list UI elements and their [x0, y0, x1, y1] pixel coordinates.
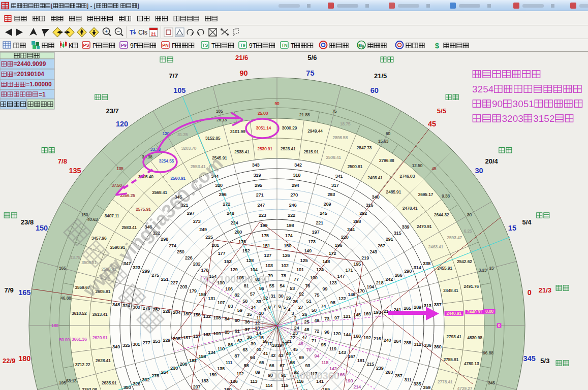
- svg-text:128: 128: [246, 258, 254, 263]
- svg-text:122: 122: [338, 296, 346, 301]
- svg-text:75: 75: [332, 109, 337, 114]
- svg-text:73: 73: [324, 316, 329, 321]
- svg-text:93: 93: [305, 363, 310, 368]
- svg-text:270: 270: [290, 192, 298, 198]
- svg-text:336: 336: [424, 343, 431, 348]
- svg-text:137: 137: [246, 388, 254, 390]
- svg-text:104: 104: [250, 267, 258, 272]
- svg-text:245: 245: [320, 211, 327, 216]
- svg-text:96: 96: [324, 330, 329, 335]
- svg-text:203: 203: [180, 284, 188, 289]
- svg-text:119: 119: [329, 346, 336, 351]
- svg-text:60: 60: [386, 132, 391, 136]
- svg-text:313: 313: [424, 303, 431, 308]
- svg-text:221: 221: [316, 220, 323, 225]
- svg-text:301: 301: [133, 342, 140, 347]
- svg-text:30: 30: [475, 167, 483, 175]
- svg-text:13: 13: [255, 326, 260, 331]
- svg-text:6.25: 6.25: [464, 229, 472, 234]
- svg-text:71: 71: [312, 338, 317, 343]
- svg-text:95: 95: [321, 342, 326, 347]
- svg-text:155: 155: [199, 292, 206, 297]
- svg-text:156: 156: [193, 312, 201, 317]
- svg-text:254: 254: [161, 370, 169, 375]
- svg-text:114: 114: [265, 383, 272, 388]
- svg-text:21: 21: [151, 31, 156, 37]
- svg-text:50.00: 50.00: [59, 338, 70, 342]
- svg-text:197: 197: [312, 230, 320, 235]
- svg-text:59: 59: [237, 308, 242, 313]
- svg-text:165: 165: [18, 288, 30, 297]
- svg-text:207: 207: [193, 384, 201, 389]
- svg-text:195: 195: [59, 381, 66, 385]
- svg-text:250: 250: [177, 249, 184, 254]
- svg-text:2796.88: 2796.88: [379, 158, 394, 163]
- svg-text:338: 338: [423, 261, 430, 266]
- svg-text:25.00: 25.00: [258, 111, 268, 116]
- svg-text:TN: TN: [282, 43, 288, 48]
- svg-text:69: 69: [299, 355, 304, 360]
- svg-text:Cls: Cls: [138, 29, 147, 36]
- svg-text:145: 145: [353, 312, 361, 317]
- svg-text:350: 350: [123, 385, 131, 390]
- svg-text:134: 134: [208, 350, 215, 355]
- svg-text:107: 107: [218, 300, 225, 305]
- svg-text:4729.27: 4729.27: [457, 386, 473, 390]
- svg-text:320: 320: [215, 183, 223, 188]
- svg-text:6: 6: [278, 304, 281, 309]
- svg-text:0: 0: [528, 288, 532, 297]
- svg-text:287: 287: [395, 373, 403, 378]
- svg-text:88: 88: [244, 363, 249, 368]
- svg-text:135: 135: [217, 366, 225, 371]
- svg-text:2644.32: 2644.32: [434, 213, 449, 217]
- svg-text:298: 298: [161, 237, 168, 242]
- svg-text:146: 146: [348, 292, 356, 297]
- svg-text:194: 194: [367, 284, 375, 289]
- svg-text:158: 158: [199, 354, 206, 359]
- svg-text:205: 205: [173, 336, 180, 341]
- svg-text:50: 50: [312, 308, 317, 313]
- svg-text:198: 198: [287, 223, 294, 228]
- svg-text:30: 30: [467, 213, 472, 217]
- svg-text:218: 218: [376, 280, 384, 285]
- svg-text:17: 17: [267, 341, 272, 346]
- svg-text:72: 72: [314, 329, 319, 334]
- svg-text:226: 226: [185, 255, 193, 261]
- svg-text:24: 24: [294, 326, 299, 331]
- svg-text:271: 271: [256, 192, 264, 198]
- svg-text:140: 140: [300, 388, 308, 390]
- svg-text:268: 268: [353, 219, 361, 224]
- svg-text:43: 43: [278, 353, 284, 358]
- svg-text:151: 151: [263, 243, 270, 248]
- svg-text:215: 215: [367, 362, 375, 367]
- svg-text:2778.41: 2778.41: [438, 380, 453, 384]
- svg-text:38: 38: [247, 335, 252, 340]
- svg-text:=20190104: =20190104: [14, 71, 45, 78]
- svg-text:171: 171: [346, 268, 353, 273]
- svg-text:7/7: 7/7: [169, 72, 178, 80]
- svg-text:2538.41: 2538.41: [234, 150, 250, 154]
- svg-text:41: 41: [263, 351, 268, 356]
- svg-text:21/6: 21/6: [235, 54, 248, 61]
- svg-text:244: 244: [347, 227, 355, 232]
- svg-text:53: 53: [290, 286, 295, 291]
- svg-text:22/9: 22/9: [3, 357, 15, 365]
- svg-text:52: 52: [299, 291, 304, 297]
- svg-text:240: 240: [384, 338, 391, 343]
- svg-text:7: 7: [273, 304, 275, 309]
- svg-text:175: 175: [261, 233, 269, 238]
- svg-text:21.88: 21.88: [299, 113, 310, 117]
- svg-text:111: 111: [226, 360, 232, 365]
- svg-text:263: 263: [385, 370, 393, 375]
- svg-text:183: 183: [201, 378, 209, 383]
- svg-text:66: 66: [269, 363, 274, 368]
- svg-text:299: 299: [142, 269, 150, 274]
- svg-text:312: 312: [414, 342, 421, 347]
- svg-text:87: 87: [235, 353, 240, 359]
- svg-text:5/5: 5/5: [437, 107, 446, 115]
- svg-text:8: 8: [268, 305, 271, 310]
- svg-text:326: 326: [133, 381, 140, 386]
- svg-text:115: 115: [281, 383, 288, 388]
- svg-text:T: T: [130, 28, 134, 36]
- svg-text:83: 83: [228, 304, 233, 309]
